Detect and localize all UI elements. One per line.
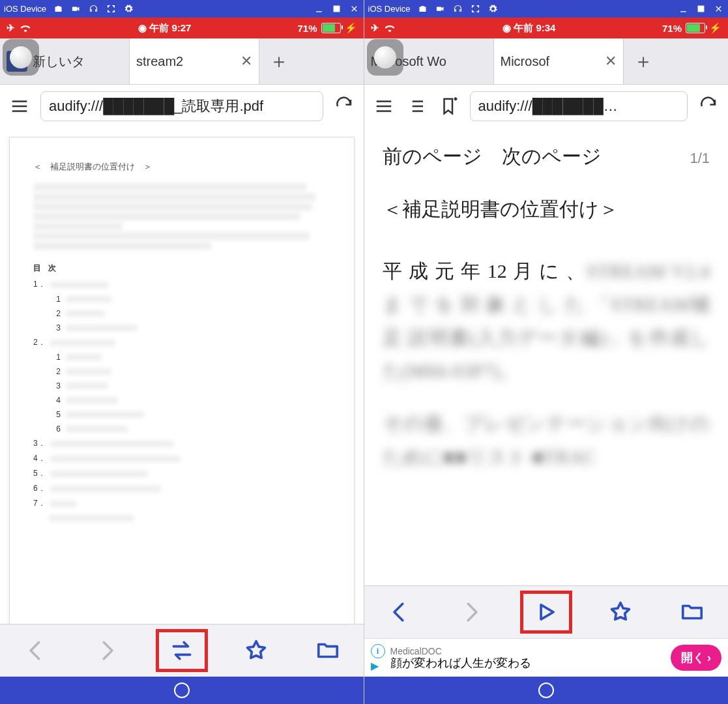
battery-percent: 71% [662, 23, 682, 34]
status-time: 午前 9:34 [514, 22, 555, 33]
reader-p1-visible: 平 成 元 年 12 月 に 、 [383, 260, 587, 282]
video-icon[interactable] [70, 3, 81, 14]
pdf-page: ＜ 補足説明書の位置付け ＞ 目 次 1． 1 2 3 2． 1 2 3 [9, 137, 355, 624]
bottom-toolbar [0, 624, 364, 677]
assistive-touch[interactable] [367, 39, 403, 76]
tab-strip: Microsoft Wo Microsof ✕ ＋ [364, 38, 729, 85]
wifi-icon [19, 22, 32, 35]
reload-button[interactable] [697, 95, 720, 118]
fullscreen-icon[interactable] [470, 3, 481, 14]
ad-cta-button[interactable]: 開く › [671, 645, 721, 671]
close-window-icon[interactable] [349, 3, 360, 14]
tab-strip: 新しいタ stream2 ✕ ＋ [0, 38, 364, 85]
ad-publisher: MedicalDOC [390, 646, 531, 656]
svg-rect-2 [316, 11, 322, 12]
svg-rect-3 [334, 6, 340, 12]
left-device: iOS Device ✈ ◉ 午前 9:27 71% ⚡ [0, 0, 364, 704]
camera-icon[interactable] [53, 3, 64, 14]
close-window-icon[interactable] [713, 3, 724, 14]
battery-icon [686, 23, 705, 33]
maximize-icon[interactable] [695, 3, 706, 14]
gear-icon[interactable] [488, 3, 499, 14]
video-icon[interactable] [435, 3, 446, 14]
url-toolbar: audify:///███████_読取専用.pdf [0, 85, 364, 128]
tab-1[interactable]: stream2 ✕ [130, 38, 259, 84]
minimize-icon[interactable] [678, 3, 689, 14]
folder-button[interactable] [669, 594, 715, 630]
nav-back-button[interactable] [13, 632, 59, 669]
emulator-navbar [0, 677, 364, 704]
ad-headline: 顔が変われば人生が変わる [390, 656, 531, 670]
right-device: iOS Device ✈ ◉ 午前 9:34 71% ⚡ [364, 0, 729, 704]
prev-page-link[interactable]: 前のページ [383, 139, 482, 173]
home-button-icon[interactable] [538, 682, 554, 698]
menu-button[interactable] [372, 95, 396, 118]
nav-forward-button[interactable] [448, 594, 494, 630]
menu-button[interactable] [8, 95, 31, 118]
svg-rect-7 [698, 6, 704, 12]
emulator-title: iOS Device [4, 4, 46, 14]
svg-rect-5 [436, 7, 441, 10]
ios-status-bar: ✈ ◉ 午前 9:27 71% ⚡ [0, 18, 364, 38]
tab-1[interactable]: Microsof ✕ [494, 38, 624, 84]
next-page-link[interactable]: 次のページ [502, 139, 602, 173]
tab-label: stream2 [136, 54, 183, 69]
url-toolbar: audify:///███████… [364, 85, 729, 128]
svg-point-0 [57, 8, 59, 10]
fullscreen-icon[interactable] [106, 3, 117, 14]
assistive-touch[interactable] [3, 39, 39, 76]
nav-back-button[interactable] [377, 594, 422, 630]
favorite-button[interactable] [233, 632, 279, 669]
reload-button[interactable] [332, 95, 356, 118]
ad-close-icon[interactable]: ▶ [371, 660, 385, 672]
airplane-icon: ✈ [7, 22, 15, 34]
nav-forward-button[interactable] [84, 632, 130, 669]
home-button-icon[interactable] [174, 682, 190, 698]
toc-button[interactable] [405, 95, 428, 118]
close-tab-icon[interactable]: ✕ [605, 53, 617, 70]
favorite-button[interactable] [598, 594, 643, 630]
pdf-viewport[interactable]: ＜ 補足説明書の位置付け ＞ 目 次 1． 1 2 3 2． 1 2 3 [0, 128, 364, 624]
svg-point-4 [421, 8, 424, 10]
ad-info-icon[interactable]: i [371, 644, 385, 658]
page-counter: 1/1 [690, 146, 710, 170]
camera-icon[interactable] [417, 3, 428, 14]
pdf-heading: ＜ 補足説明書の位置付け ＞ [33, 161, 330, 173]
url-text: audify:///███████_読取専用.pdf [49, 96, 263, 116]
close-tab-icon[interactable]: ✕ [240, 53, 252, 70]
tab-label: 新しいタ [33, 53, 85, 70]
reader-body: 前のページ 次のページ 1/1 ＜補足説明書の位置付け＞ 平 成 元 年 12 … [364, 128, 729, 485]
ios-status-bar: ✈ ◉ 午前 9:34 71% ⚡ [364, 18, 729, 38]
reader-viewport[interactable]: 前のページ 次のページ 1/1 ＜補足説明書の位置付け＞ 平 成 元 年 12 … [364, 128, 729, 585]
emulator-titlebar: iOS Device [0, 0, 364, 18]
url-field[interactable]: audify:///███████… [470, 91, 688, 121]
headphones-icon[interactable] [88, 3, 99, 14]
maximize-icon[interactable] [331, 3, 342, 14]
chevron-right-icon: › [707, 651, 711, 665]
emulator-navbar [364, 677, 729, 704]
new-tab-button[interactable]: ＋ [259, 38, 298, 84]
folder-button[interactable] [305, 632, 351, 669]
headphones-icon[interactable] [452, 3, 463, 14]
new-tab-button[interactable]: ＋ [624, 38, 663, 84]
minimize-icon[interactable] [313, 3, 325, 14]
status-time: 午前 9:27 [149, 22, 191, 33]
charging-icon: ⚡ [345, 22, 357, 34]
emulator-titlebar: iOS Device [364, 0, 729, 18]
reader-p2-blurred: その後、プレゼンテーション向けのために■■リスト ■TRAC [383, 407, 710, 473]
svg-rect-6 [680, 11, 686, 12]
play-button[interactable] [520, 591, 572, 634]
tab-label: Microsof [501, 54, 550, 69]
toc-title: 目 次 [33, 263, 330, 274]
gear-icon[interactable] [123, 3, 134, 14]
ad-banner[interactable]: i ▶ MedicalDOC 顔が変われば人生が変わる 開く › [364, 638, 729, 677]
url-field[interactable]: audify:///███████_読取専用.pdf [40, 91, 323, 121]
reader-heading: ＜補足説明書の位置付け＞ [383, 192, 710, 226]
add-bookmark-button[interactable] [437, 95, 461, 118]
airplane-icon: ✈ [371, 22, 379, 34]
battery-percent: 71% [297, 23, 317, 34]
swap-mode-button[interactable] [156, 629, 208, 672]
svg-rect-1 [72, 7, 78, 10]
record-icon: ◉ [138, 22, 147, 33]
ad-cta-label: 開く [681, 650, 705, 666]
